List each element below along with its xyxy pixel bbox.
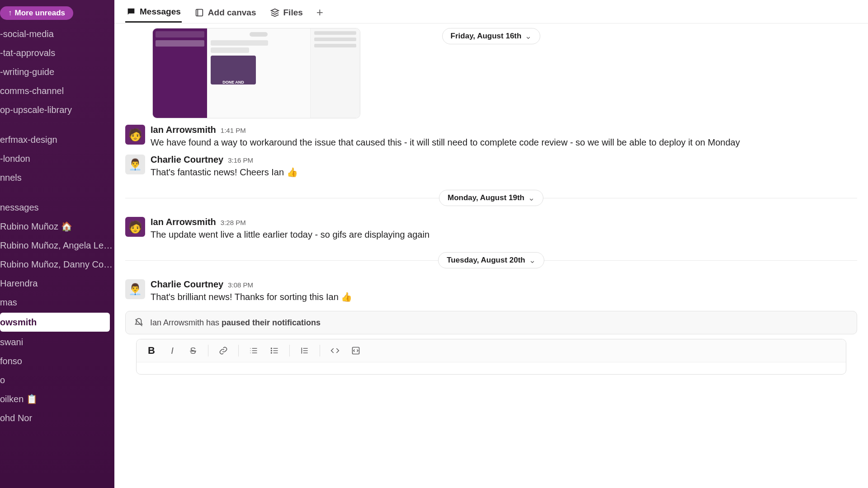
ordered-list-button[interactable] <box>245 343 262 358</box>
message-text: The update went live a little earlier to… <box>151 228 857 241</box>
italic-button[interactable]: I <box>164 343 181 358</box>
sidebar-item[interactable]: oilken 📋 <box>0 389 114 408</box>
sidebar-item[interactable]: op-upscale-library <box>0 100 114 119</box>
sidebar-gap <box>0 119 114 130</box>
code-block-icon <box>351 346 360 355</box>
date-pill[interactable]: Monday, August 19th <box>439 190 543 206</box>
link-button[interactable] <box>215 343 232 358</box>
sidebar-item[interactable]: Harendra <box>0 274 114 293</box>
sidebar-item[interactable]: -tat-approvals <box>0 43 114 62</box>
message-author[interactable]: Ian Arrowsmith <box>151 217 216 227</box>
bold-button[interactable]: B <box>143 343 160 358</box>
svg-rect-0 <box>196 9 203 16</box>
sidebar-list: -social-media-tat-approvals-writing-guid… <box>0 24 114 427</box>
composer-toolbar: B I S <box>137 339 846 362</box>
date-divider: Monday, August 19th <box>125 190 857 206</box>
message-row: Ian Arrowsmith 3:28 PM The update went l… <box>125 214 857 244</box>
svg-point-2 <box>271 350 272 351</box>
avatar[interactable] <box>125 125 145 145</box>
date-pill-label: Friday, August 16th <box>451 32 522 41</box>
sidebar-item[interactable]: Rubino Muñoz, Angela Le… <box>0 236 114 255</box>
message-row: Charlie Courtney 3:16 PM That's fantasti… <box>125 152 857 182</box>
attachment-preview-right <box>310 28 360 118</box>
sidebar-item[interactable]: ohd Nor <box>0 408 114 427</box>
attachment-preview-center: DONE AND <box>207 28 310 118</box>
message-row: Ian Arrowsmith 1:41 PM We have found a w… <box>125 122 857 152</box>
sidebar-item[interactable]: comms-channel <box>0 81 114 100</box>
message-text: We have found a way to workaround the is… <box>151 136 857 149</box>
sidebar-item[interactable]: nnels <box>0 168 114 187</box>
message-time: 1:41 PM <box>221 127 246 134</box>
notification-text: Ian Arrowsmith has paused their notifica… <box>150 318 321 328</box>
sidebar-item[interactable]: o <box>0 371 114 389</box>
sidebar-item[interactable]: erfmax-design <box>0 130 114 149</box>
attachment-preview[interactable]: DONE AND <box>152 28 360 118</box>
message-row: Charlie Courtney 3:08 PM That's brillian… <box>125 277 857 306</box>
svg-point-1 <box>271 348 272 349</box>
avatar[interactable] <box>125 217 145 237</box>
files-stack-icon <box>270 8 280 18</box>
sidebar-item[interactable]: owsmith <box>0 313 110 332</box>
bullet-list-button[interactable] <box>266 343 283 358</box>
toolbar-separator <box>238 345 239 357</box>
tab-add[interactable]: + <box>316 3 324 24</box>
tab-messages[interactable]: Messages <box>125 4 182 23</box>
link-icon <box>219 346 228 355</box>
date-divider: Tuesday, August 20th <box>125 252 857 268</box>
tab-messages-label: Messages <box>140 7 181 17</box>
date-pill[interactable]: Tuesday, August 20th <box>438 252 544 268</box>
message-author[interactable]: Charlie Courtney <box>151 155 223 165</box>
message-text: That's fantastic news! Cheers Ian 👍 <box>151 166 857 179</box>
tab-add-canvas[interactable]: Add canvas <box>193 5 257 22</box>
composer-input[interactable] <box>137 362 846 374</box>
sidebar: ↑ More unreads -social-media-tat-approva… <box>0 0 114 488</box>
message-time: 3:16 PM <box>228 156 253 164</box>
sidebar-item[interactable]: mas <box>0 293 114 312</box>
message-author[interactable]: Charlie Courtney <box>151 279 223 290</box>
sidebar-gap <box>0 187 114 198</box>
blockquote-icon <box>300 346 309 355</box>
notification-banner: Ian Arrowsmith has paused their notifica… <box>125 311 857 334</box>
more-unreads-pill[interactable]: ↑ More unreads <box>0 6 73 20</box>
sidebar-item[interactable]: nessages <box>0 198 114 217</box>
attachment-gif-overlay: DONE AND <box>211 56 256 84</box>
sidebar-item[interactable]: -london <box>0 149 114 168</box>
code-button[interactable] <box>326 343 344 358</box>
tab-files[interactable]: Files <box>269 5 304 22</box>
more-unreads-label: More unreads <box>15 9 65 18</box>
avatar[interactable] <box>125 279 145 299</box>
channel-tabs: Messages Add canvas Files + <box>114 0 868 23</box>
date-pill-label: Tuesday, August 20th <box>447 256 525 265</box>
message-author[interactable]: Ian Arrowsmith <box>151 125 216 135</box>
tab-files-label: Files <box>283 8 303 18</box>
toolbar-separator <box>289 345 290 357</box>
sidebar-item[interactable]: swani <box>0 333 114 352</box>
sidebar-item[interactable]: Rubino Muñoz 🏠 <box>0 217 114 236</box>
ordered-list-icon <box>249 346 258 355</box>
plus-icon: + <box>316 5 323 19</box>
svg-point-3 <box>271 352 272 353</box>
toolbar-separator <box>320 345 320 357</box>
code-block-button[interactable] <box>347 343 364 358</box>
date-pill-floating[interactable]: Friday, August 16th <box>442 28 541 44</box>
message-composer[interactable]: B I S <box>136 339 846 375</box>
sidebar-item[interactable]: -writing-guide <box>0 62 114 81</box>
bullet-list-icon <box>270 346 279 355</box>
tab-add-canvas-label: Add canvas <box>208 8 256 18</box>
italic-icon: I <box>171 346 174 356</box>
strikethrough-icon: S <box>190 346 196 356</box>
main-panel: Messages Add canvas Files + Friday, Augu… <box>114 0 868 488</box>
chat-bubble-icon <box>126 7 136 17</box>
attachment-preview-sidebar <box>153 28 207 118</box>
strikethrough-button[interactable]: S <box>184 343 202 358</box>
sidebar-item[interactable]: -social-media <box>0 24 114 43</box>
message-time: 3:28 PM <box>221 219 246 226</box>
sidebar-item[interactable]: Rubino Muñoz, Danny Co… <box>0 255 114 274</box>
sidebar-item[interactable]: fonso <box>0 352 114 371</box>
message-time: 3:08 PM <box>228 281 253 289</box>
avatar[interactable] <box>125 155 145 174</box>
bold-icon: B <box>148 345 155 357</box>
toolbar-separator <box>208 345 208 357</box>
canvas-icon <box>194 8 204 18</box>
blockquote-button[interactable] <box>296 343 313 358</box>
